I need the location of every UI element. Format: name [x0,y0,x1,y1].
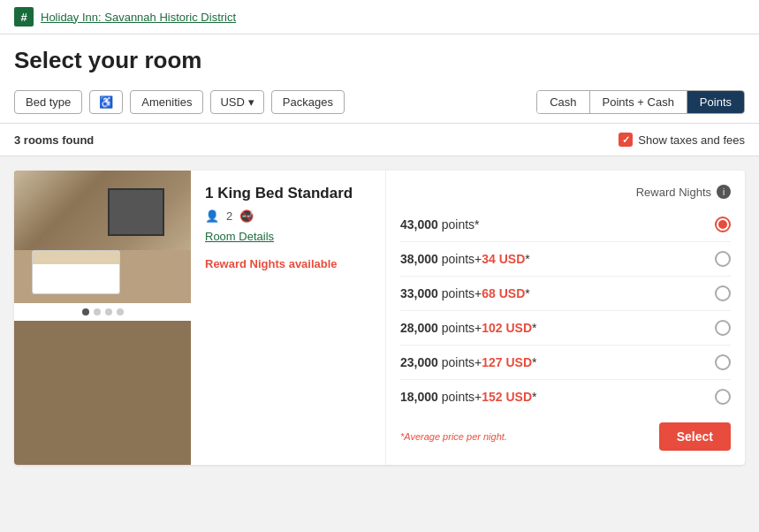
price-row-5[interactable]: 23,000 points+127 USD* [400,346,731,380]
price-label-4: 28,000 points+102 USD* [400,321,537,335]
hotel-logo-icon: # [14,7,34,27]
image-dot-3[interactable] [105,308,112,315]
room-card: 1 King Bed Standard 👤 2 🚭 Room Details R… [14,171,745,465]
room-details-link[interactable]: Room Details [205,230,371,243]
points-cash-button[interactable]: Points + Cash [590,91,687,113]
price-radio-5[interactable] [715,354,731,370]
reward-nights-available: Reward Reward Nights available Nights av… [205,257,371,270]
price-radio-6[interactable] [715,389,731,405]
price-label-5: 23,000 points+127 USD* [400,355,537,369]
image-dot-4[interactable] [117,308,124,315]
price-radio-2[interactable] [715,251,731,267]
room-amenity-icons: 👤 2 🚭 [205,209,371,223]
image-dot-1[interactable] [82,308,89,315]
non-smoking-icon: 🚭 [239,209,254,223]
price-radio-3[interactable] [715,285,731,301]
show-taxes-label: Show taxes and fees [638,133,745,147]
room-image-section [14,171,191,465]
select-button[interactable]: Select [659,422,731,451]
price-row-1[interactable]: 43,000 points* [400,208,731,242]
packages-button[interactable]: Packages [271,90,345,114]
price-options: 43,000 points* 38,000 points+34 USD* 33,… [400,208,731,414]
currency-button[interactable]: USD ▾ [210,90,263,114]
price-row-6[interactable]: 18,000 points+152 USD* [400,380,731,414]
avg-price-note: *Average price per night. [400,431,507,442]
taxes-checkbox[interactable] [619,133,633,147]
room-title: 1 King Bed Standard [205,185,371,202]
results-bar: 3 rooms found Show taxes and fees [0,124,759,156]
price-label-6: 18,000 points+152 USD* [400,390,537,404]
filters-row: Bed type ♿ Amenities USD ▾ Packages Cash… [14,83,745,123]
top-bar: # Holiday Inn: Savannah Historic Distric… [0,0,759,34]
reward-nights-label: Reward Nights [636,186,711,199]
show-taxes-toggle[interactable]: Show taxes and fees [619,133,745,147]
accessible-button[interactable]: ♿ [89,90,123,114]
image-dots [14,303,191,321]
reward-nights-info-icon[interactable]: i [717,185,731,199]
amenities-button[interactable]: Amenities [130,90,203,114]
price-row-2[interactable]: 38,000 points+34 USD* [400,242,731,277]
price-row-4[interactable]: 28,000 points+102 USD* [400,311,731,346]
room-info: 1 King Bed Standard 👤 2 🚭 Room Details R… [191,171,385,465]
currency-label: USD [220,95,244,109]
hotel-name-link[interactable]: Holiday Inn: Savannah Historic District [41,11,236,24]
room-pricing: Reward Nights i 43,000 points* 38,000 po… [385,171,745,465]
price-label-3: 33,000 points+68 USD* [400,286,530,300]
bed-type-button[interactable]: Bed type [14,90,82,114]
reward-nights-header: Reward Nights i [400,185,731,199]
price-row-3[interactable]: 33,000 points+68 USD* [400,277,731,311]
room-image [14,171,191,303]
page-header: Select your room Bed type ♿ Amenities US… [0,34,759,123]
price-radio-4[interactable] [715,320,731,336]
price-radio-1[interactable] [715,217,731,232]
cash-button[interactable]: Cash [537,91,589,113]
guests-icon: 👤 [205,209,219,223]
accessible-icon: ♿ [99,95,113,109]
price-label-1: 43,000 points* [400,217,480,232]
page-title: Select your room [14,42,745,83]
pricing-footer: *Average price per night. Select [400,422,731,451]
chevron-down-icon: ▾ [248,95,254,109]
filters-left: Bed type ♿ Amenities USD ▾ Packages [14,90,345,114]
points-button[interactable]: Points [687,91,744,113]
price-label-2: 38,000 points+34 USD* [400,252,530,266]
pay-type-toggle: Cash Points + Cash Points [536,90,745,114]
bed-illustration [32,250,120,294]
rooms-count: 3 rooms found [14,133,94,147]
image-dot-2[interactable] [94,308,101,315]
main-content: 1 King Bed Standard 👤 2 🚭 Room Details R… [0,156,759,479]
guests-count: 2 [226,209,232,223]
